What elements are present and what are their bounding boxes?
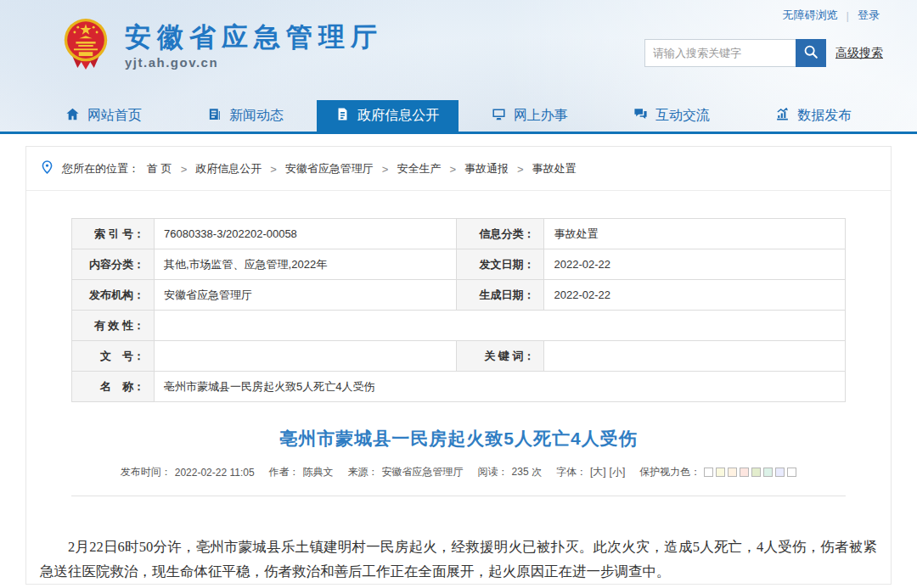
- table-row: 发布机构： 安徽省应急管理厅 生成日期： 2022-02-22: [72, 280, 846, 311]
- font-large-button[interactable]: [大]: [590, 465, 606, 479]
- publisher-label: 发布机构：: [72, 280, 155, 311]
- nav-item-label: 网上办事: [514, 107, 568, 125]
- table-row: 内容分类： 其他,市场监管、应急管理,2022年 发文日期： 2022-02-2…: [72, 249, 846, 280]
- breadcrumb-department[interactable]: 安徽省应急管理厅: [285, 161, 374, 176]
- font-small-button[interactable]: [小]: [610, 465, 626, 479]
- nav-item-label: 数据发布: [797, 107, 852, 125]
- nav-item-news[interactable]: 新闻动态: [174, 100, 316, 132]
- doc-number-label: 文 号：: [72, 341, 155, 372]
- generate-date-label: 生成日期：: [456, 280, 544, 311]
- nav-item-services[interactable]: 网上办事: [458, 100, 600, 132]
- topbar-links: 无障碍浏览 | 登录: [783, 8, 880, 23]
- document-info-table: 索 引 号： 76080338-3/202202-00058 信息分类： 事故处…: [71, 218, 846, 402]
- login-link[interactable]: 登录: [858, 8, 880, 23]
- publisher-value: 安徽省应急管理厅: [154, 280, 456, 311]
- name-value: 亳州市蒙城县一民房起火致5人死亡4人受伤: [154, 372, 845, 402]
- content-category-label: 内容分类：: [72, 249, 155, 280]
- eye-protection-colors: 保护视力色：: [639, 465, 796, 479]
- site-domain: yjt.ah.gov.cn: [125, 55, 383, 70]
- meta-divider: [71, 496, 846, 496]
- site-logo[interactable]: 安徽省应急管理厅 yjt.ah.gov.cn: [59, 17, 383, 75]
- generate-date-value: 2022-02-22: [544, 280, 846, 311]
- breadcrumb: 您所在的位置： 首 页 > 政府信息公开 > 安徽省应急管理厅 > 安全生产 >…: [26, 147, 891, 191]
- news-icon: [207, 107, 222, 125]
- article-title: 亳州市蒙城县一民房起火致5人死亡4人受伤: [26, 427, 891, 451]
- breadcrumb-gov-info[interactable]: 政府信息公开: [195, 161, 262, 176]
- search-bar: 高级搜索: [644, 39, 883, 67]
- article-body: 2月22日6时50分许，亳州市蒙城县乐土镇建明村一民房起火，经救援明火已被扑灭。…: [40, 535, 877, 584]
- home-icon: [65, 107, 80, 125]
- read-count: 阅读：235 次: [478, 465, 542, 479]
- font-size-controls: 字体： [大] [小]: [556, 465, 625, 479]
- accessibility-link[interactable]: 无障碍浏览: [783, 8, 838, 23]
- author: 作者：陈典文: [269, 465, 334, 479]
- nav-item-label: 新闻动态: [229, 107, 284, 125]
- name-label: 名 称：: [72, 372, 155, 402]
- nav-item-data[interactable]: 数据发布: [743, 100, 885, 132]
- search-icon: [802, 43, 819, 63]
- location-pin-icon: [40, 160, 54, 178]
- color-swatch[interactable]: [787, 468, 796, 477]
- nav-item-gov-info[interactable]: 政府信息公开: [317, 100, 458, 132]
- issue-date-value: 2022-02-22: [544, 249, 846, 280]
- search-input[interactable]: [644, 39, 796, 67]
- table-row: 有 效 性：: [72, 311, 846, 341]
- chart-icon: [775, 107, 790, 125]
- brand-text: 安徽省应急管理厅 yjt.ah.gov.cn: [125, 22, 383, 70]
- color-swatch[interactable]: [716, 468, 725, 477]
- breadcrumb-prefix: 您所在的位置：: [62, 161, 139, 176]
- breadcrumb-accident-handling[interactable]: 事故处置: [532, 161, 577, 176]
- nav-item-home[interactable]: 网站首页: [32, 100, 174, 132]
- color-swatch[interactable]: [751, 468, 761, 477]
- nav-item-interaction[interactable]: 互动交流: [600, 100, 742, 132]
- color-swatch[interactable]: [704, 468, 713, 477]
- keywords-label: 关 键 词：: [456, 341, 544, 372]
- info-category-label: 信息分类：: [456, 219, 544, 249]
- doc-number-value: [154, 341, 456, 372]
- nav-item-label: 网站首页: [87, 107, 142, 125]
- content-box: 您所在的位置： 首 页 > 政府信息公开 > 安徽省应急管理厅 > 安全生产 >…: [25, 146, 892, 585]
- breadcrumb-home[interactable]: 首 页: [147, 161, 172, 176]
- monitor-icon: [492, 107, 506, 125]
- main-content: 您所在的位置： 首 页 > 政府信息公开 > 安徽省应急管理厅 > 安全生产 >…: [0, 134, 917, 585]
- info-category-value: 事故处置: [544, 219, 846, 249]
- content-category-value: 其他,市场监管、应急管理,2022年: [154, 249, 456, 280]
- table-row: 文 号： 关 键 词：: [72, 341, 846, 372]
- publish-time: 发布时间：2022-02-22 11:05: [121, 465, 255, 479]
- validity-value: [154, 311, 845, 341]
- site-title: 安徽省应急管理厅: [125, 22, 383, 53]
- index-number-value: 76080338-3/202202-00058: [154, 219, 456, 249]
- nav-item-label: 互动交流: [655, 107, 710, 125]
- breadcrumb-safety[interactable]: 安全生产: [397, 161, 441, 176]
- index-number-label: 索 引 号：: [72, 219, 155, 249]
- main-nav: 网站首页 新闻动态 政府信息公开 网上办事 互动交流: [0, 100, 917, 134]
- article-meta: 发布时间：2022-02-22 11:05 作者：陈典文 来源：安徽省应急管理厅…: [26, 465, 891, 479]
- document-icon: [335, 107, 350, 125]
- color-swatch[interactable]: [775, 468, 785, 477]
- color-swatches: [704, 468, 796, 477]
- issue-date-label: 发文日期：: [456, 249, 544, 280]
- search-button[interactable]: [796, 39, 826, 67]
- color-swatch[interactable]: [740, 468, 749, 477]
- advanced-search-link[interactable]: 高级搜索: [835, 46, 883, 61]
- topbar-separator: |: [847, 9, 849, 22]
- table-row: 索 引 号： 76080338-3/202202-00058 信息分类： 事故处…: [72, 219, 846, 249]
- source: 来源：安徽省应急管理厅: [348, 465, 464, 479]
- table-row: 名 称： 亳州市蒙城县一民房起火致5人死亡4人受伤: [72, 372, 846, 402]
- keywords-value: [544, 341, 846, 372]
- color-swatch[interactable]: [728, 468, 737, 477]
- site-header: 无障碍浏览 | 登录 安徽省应: [0, 0, 917, 134]
- validity-label: 有 效 性：: [72, 311, 155, 341]
- national-emblem-icon: [59, 17, 112, 75]
- nav-item-label: 政府信息公开: [357, 107, 439, 125]
- chat-icon: [633, 107, 648, 125]
- color-swatch[interactable]: [763, 468, 773, 477]
- breadcrumb-accident-report[interactable]: 事故通报: [464, 161, 509, 176]
